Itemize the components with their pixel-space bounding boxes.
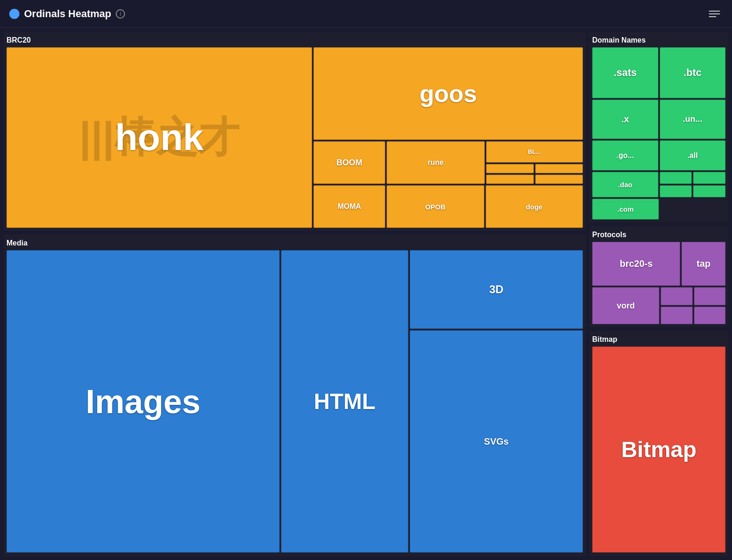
- moma-tile[interactable]: MOMA: [313, 185, 385, 228]
- left-panel: BRC20 |||棒之才 honk goos: [4, 31, 586, 556]
- un-label: .un...: [683, 114, 702, 124]
- honk-container: |||棒之才 honk: [6, 47, 312, 228]
- doge-label: doge: [526, 203, 543, 211]
- x-tile[interactable]: .x: [592, 100, 658, 139]
- protocols-mini-grid: [661, 287, 726, 324]
- proto-small-1[interactable]: [661, 287, 693, 305]
- goos-tile[interactable]: goos: [313, 47, 583, 140]
- media-right: 3D SVGs: [410, 250, 583, 553]
- proto-small-4[interactable]: [694, 307, 726, 325]
- un-tile[interactable]: .un...: [660, 100, 726, 139]
- images-tile[interactable]: Images: [6, 250, 280, 553]
- brc20-top-row: rune BL...: [387, 141, 583, 184]
- opob-doge-row: OPOB doge: [387, 185, 583, 228]
- brc20-right: goos BOOM MOMA: [313, 47, 583, 228]
- bitmap-tile-label: Bitmap: [621, 437, 697, 462]
- all-label: .all: [688, 151, 698, 160]
- goos-label: goos: [419, 80, 477, 107]
- sats-label: .sats: [613, 67, 637, 79]
- protocols-row-2: vord: [592, 287, 726, 324]
- protocols-section: Protocols brc20-s tap vord: [589, 226, 728, 327]
- media-section: Media Images HTML 3D SVGs: [4, 234, 586, 556]
- opob-label: OPOB: [425, 203, 445, 211]
- btc-label: .btc: [683, 67, 701, 79]
- dao-tile[interactable]: .dao: [592, 172, 658, 197]
- bl-label: BL...: [528, 148, 541, 155]
- app-logo: [9, 9, 19, 19]
- honk-tile[interactable]: |||棒之才 honk: [6, 47, 312, 228]
- brc20s-label: brc20-s: [619, 258, 652, 269]
- domain-row-4: .dao: [592, 172, 726, 197]
- main-layout: BRC20 |||棒之才 honk goos: [0, 28, 732, 560]
- goos-container: goos: [313, 47, 583, 140]
- domain-row-1: .sats .btc: [592, 47, 726, 98]
- html-label: HTML: [314, 389, 375, 414]
- small-tile-4[interactable]: [535, 175, 583, 184]
- brc20-bottom-left: BOOM MOMA: [313, 141, 385, 228]
- domain-row-5: .com: [592, 199, 726, 220]
- header-left: Ordinals Heatmap i: [9, 8, 125, 20]
- vord-tile[interactable]: vord: [592, 287, 659, 324]
- boom-label: BOOM: [337, 158, 363, 168]
- right-panel: Domain Names .sats .btc .x .un...: [589, 31, 728, 556]
- protocols-label: Protocols: [592, 229, 726, 242]
- app-header: Ordinals Heatmap i: [0, 0, 732, 28]
- boom-tile[interactable]: BOOM: [313, 141, 385, 184]
- domain-small-2[interactable]: [693, 172, 726, 184]
- bl-tile[interactable]: BL...: [486, 141, 583, 163]
- brc20-bottom: BOOM MOMA rune: [313, 141, 583, 228]
- bitmap-section: Bitmap Bitmap: [589, 331, 728, 556]
- brc20s-tile[interactable]: brc20-s: [592, 242, 680, 286]
- media-heatmap: Images HTML 3D SVGs: [6, 250, 583, 553]
- threed-tile[interactable]: 3D: [410, 250, 583, 329]
- domain-label: Domain Names: [592, 34, 726, 47]
- domain-row-2: .x .un...: [592, 100, 726, 139]
- menu-icon[interactable]: [706, 8, 723, 20]
- sats-tile[interactable]: .sats: [592, 47, 658, 98]
- opob-tile[interactable]: OPOB: [387, 185, 484, 228]
- proto-small-3[interactable]: [661, 307, 693, 325]
- domain-small-4[interactable]: [693, 185, 726, 197]
- vord-label: vord: [617, 301, 635, 311]
- domain-row-3: .go... .all: [592, 140, 726, 170]
- small-tile-2[interactable]: [535, 164, 583, 173]
- small-tiles-grid: [486, 164, 583, 184]
- small-domain-grid: [660, 172, 726, 197]
- html-tile[interactable]: HTML: [281, 250, 408, 553]
- go-tile[interactable]: .go...: [592, 140, 658, 170]
- com-tile[interactable]: .com: [592, 199, 659, 220]
- all-tile[interactable]: .all: [660, 140, 726, 170]
- small-tile-1[interactable]: [486, 164, 534, 173]
- proto-small-2[interactable]: [694, 287, 726, 305]
- brc20-heatmap: |||棒之才 honk goos: [6, 47, 583, 228]
- doge-tile[interactable]: doge: [486, 185, 583, 228]
- threed-label: 3D: [489, 283, 504, 296]
- rune-label: rune: [427, 158, 444, 167]
- app-title: Ordinals Heatmap: [24, 8, 111, 20]
- bitmap-tile[interactable]: Bitmap: [592, 346, 726, 553]
- domain-small-3[interactable]: [660, 185, 692, 197]
- tap-label: tap: [697, 258, 711, 269]
- media-label: Media: [6, 237, 583, 250]
- svgs-label: SVGs: [484, 436, 508, 447]
- brc20-section: BRC20 |||棒之才 honk goos: [4, 31, 586, 231]
- small-tile-3[interactable]: [486, 175, 534, 184]
- honk-label: honk: [115, 116, 203, 159]
- go-label: .go...: [617, 151, 634, 160]
- info-icon[interactable]: i: [116, 9, 125, 19]
- bitmap-label: Bitmap: [592, 333, 726, 346]
- btc-tile[interactable]: .btc: [660, 47, 726, 98]
- domain-grid: .sats .btc .x .un... .go...: [592, 47, 726, 220]
- svgs-tile[interactable]: SVGs: [410, 330, 583, 553]
- domain-small-1[interactable]: [660, 172, 692, 184]
- x-label: .x: [621, 114, 629, 125]
- brc20-bottom-right: rune BL...: [387, 141, 583, 228]
- protocols-row-1: brc20-s tap: [592, 242, 726, 286]
- bl-group: BL...: [486, 141, 583, 184]
- domain-section: Domain Names .sats .btc .x .un...: [589, 31, 728, 222]
- moma-label: MOMA: [338, 202, 361, 211]
- tap-tile[interactable]: tap: [682, 242, 726, 286]
- images-label: Images: [86, 383, 200, 421]
- brc20-label: BRC20: [6, 34, 583, 47]
- rune-tile[interactable]: rune: [387, 141, 485, 184]
